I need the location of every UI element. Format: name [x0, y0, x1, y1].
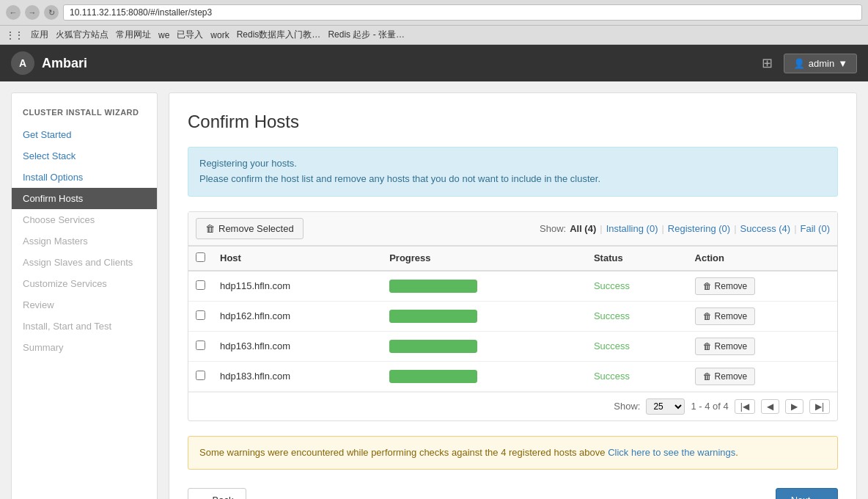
- filter-all[interactable]: All (4): [570, 223, 596, 234]
- progress-bar-fill: [389, 310, 477, 323]
- remove-label: Remove: [715, 311, 748, 321]
- sidebar-item-select-stack[interactable]: Select Stack: [12, 145, 157, 167]
- row-checkbox[interactable]: [196, 371, 205, 380]
- filter-fail[interactable]: Fail (0): [801, 223, 830, 234]
- row-checkbox-cell: [188, 271, 213, 302]
- progress-cell: [382, 361, 586, 391]
- select-all-checkbox[interactable]: [196, 252, 205, 262]
- bookmark-6[interactable]: work: [210, 30, 229, 40]
- bookmarks-bar: ⋮⋮ 应用 火狐官方站点 常用网址 we 已导入 work Redis数据库入门…: [0, 26, 868, 45]
- select-all-header: [188, 246, 213, 271]
- trash-icon: 🗑: [205, 223, 215, 234]
- grid-icon[interactable]: ⊞: [762, 55, 773, 71]
- progress-bar-fill: [389, 340, 477, 353]
- row-checkbox[interactable]: [196, 340, 205, 350]
- back-button[interactable]: ← Back: [188, 488, 246, 499]
- show-filter: Show: All (4) | Installing (0) | Registe…: [540, 223, 830, 234]
- divider-2: |: [661, 223, 663, 234]
- url-bar[interactable]: 10.111.32.115:8080/#/installer/step3: [63, 4, 862, 21]
- back-nav-button[interactable]: ←: [6, 5, 21, 20]
- next-page-button[interactable]: ▶: [785, 399, 803, 414]
- table-row: hdp163.hfln.com Success 🗑 Remove: [188, 331, 837, 361]
- sidebar-item-confirm-hosts[interactable]: Confirm Hosts: [12, 188, 157, 209]
- content-area: Confirm Hosts Registering your hosts. Pl…: [169, 92, 857, 499]
- navbar-right: ⊞ 👤 admin ▼: [762, 54, 857, 73]
- progress-bar-fill: [389, 280, 477, 293]
- status-cell: Success: [586, 331, 688, 361]
- admin-menu-button[interactable]: 👤 admin ▼: [784, 54, 857, 73]
- browser-chrome: ← → ↻ 10.111.32.115:8080/#/installer/ste…: [0, 0, 868, 26]
- brand: A Ambari: [11, 51, 87, 75]
- bookmark-2[interactable]: 火狐官方站点: [56, 29, 108, 41]
- status-cell: Success: [586, 361, 688, 391]
- sidebar-item-customize-services: Customize Services: [12, 273, 157, 294]
- page-title: Confirm Hosts: [188, 112, 838, 132]
- top-navbar: A Ambari ⊞ 👤 admin ▼: [0, 45, 868, 81]
- sidebar-item-choose-services: Choose Services: [12, 209, 157, 230]
- bookmark-4[interactable]: we: [158, 30, 169, 40]
- remove-row-button[interactable]: 🗑 Remove: [695, 338, 756, 355]
- status-cell: Success: [586, 271, 688, 302]
- table-toolbar: 🗑 Remove Selected Show: All (4) | Instal…: [188, 212, 837, 246]
- progress-column-header: Progress: [382, 246, 586, 271]
- action-cell: 🗑 Remove: [688, 301, 837, 331]
- hosts-table-container: 🗑 Remove Selected Show: All (4) | Instal…: [188, 211, 838, 421]
- pagination-show-label: Show:: [614, 401, 640, 412]
- action-cell: 🗑 Remove: [688, 361, 837, 391]
- remove-label: Remove: [715, 281, 748, 291]
- host-column-header: Host: [213, 246, 382, 271]
- info-line2: Please confirm the host list and remove …: [199, 172, 826, 187]
- warning-link[interactable]: Click here to see the warnings: [608, 447, 735, 458]
- progress-bar-wrap: [389, 370, 477, 383]
- remove-row-button[interactable]: 🗑 Remove: [695, 307, 756, 325]
- bookmark-3[interactable]: 常用网址: [116, 29, 151, 41]
- warning-suffix: .: [735, 447, 738, 458]
- sidebar-item-review-label: Review: [23, 299, 54, 310]
- row-checkbox[interactable]: [196, 310, 205, 320]
- host-cell: hdp163.hfln.com: [213, 331, 382, 361]
- remove-label: Remove: [715, 341, 748, 352]
- sidebar-item-review: Review: [12, 294, 157, 316]
- first-page-button[interactable]: |◀: [735, 399, 755, 414]
- bookmark-5[interactable]: 已导入: [177, 29, 203, 41]
- bookmark-8[interactable]: Redis 起步 - 张量…: [328, 29, 405, 41]
- remove-row-button[interactable]: 🗑 Remove: [695, 277, 756, 295]
- sidebar-item-assign-slaves-label: Assign Slaves and Clients: [23, 257, 133, 268]
- filter-installing[interactable]: Installing (0): [606, 223, 658, 234]
- info-line1: Registering your hosts.: [199, 156, 826, 172]
- remove-selected-button[interactable]: 🗑 Remove Selected: [196, 218, 304, 239]
- host-cell: hdp162.hfln.com: [213, 301, 382, 331]
- refresh-nav-button[interactable]: ↻: [44, 5, 59, 20]
- prev-page-button[interactable]: ◀: [761, 399, 779, 414]
- sidebar-item-get-started-label: Get Started: [23, 129, 71, 140]
- progress-bar-wrap: [389, 280, 477, 293]
- bookmark-7[interactable]: Redis数据库入门教…: [237, 29, 321, 41]
- remove-label: Remove: [715, 371, 748, 382]
- sidebar-item-install-start-test-label: Install, Start and Test: [23, 321, 111, 332]
- page-size-select[interactable]: 25 50 100: [646, 398, 685, 415]
- table-row: hdp115.hfln.com Success 🗑 Remove: [188, 271, 837, 302]
- progress-bar-fill: [389, 370, 477, 383]
- host-cell: hdp115.hfln.com: [213, 271, 382, 302]
- sidebar-item-get-started[interactable]: Get Started: [12, 124, 157, 145]
- table-row: hdp162.hfln.com Success 🗑 Remove: [188, 301, 837, 331]
- footer-buttons: ← Back Next →: [188, 488, 838, 499]
- sidebar-item-customize-services-label: Customize Services: [23, 278, 107, 289]
- sidebar-item-install-options-label: Install Options: [23, 172, 83, 183]
- filter-registering[interactable]: Registering (0): [668, 223, 730, 234]
- forward-nav-button[interactable]: →: [25, 5, 40, 20]
- next-button[interactable]: Next →: [776, 488, 838, 499]
- row-checkbox[interactable]: [196, 280, 205, 290]
- host-cell: hdp183.hfln.com: [213, 361, 382, 391]
- bookmark-1[interactable]: 应用: [31, 29, 48, 41]
- filter-success[interactable]: Success (4): [740, 223, 791, 234]
- remove-row-button[interactable]: 🗑 Remove: [695, 368, 756, 385]
- action-column-header: Action: [688, 246, 837, 271]
- remove-icon: 🗑: [703, 341, 712, 352]
- sidebar-item-assign-masters: Assign Masters: [12, 230, 157, 252]
- divider-3: |: [734, 223, 736, 234]
- grid-bookmarks-icon: ⋮⋮: [6, 30, 23, 40]
- sidebar-item-install-options[interactable]: Install Options: [12, 167, 157, 188]
- progress-cell: [382, 331, 586, 361]
- last-page-button[interactable]: ▶|: [809, 399, 830, 414]
